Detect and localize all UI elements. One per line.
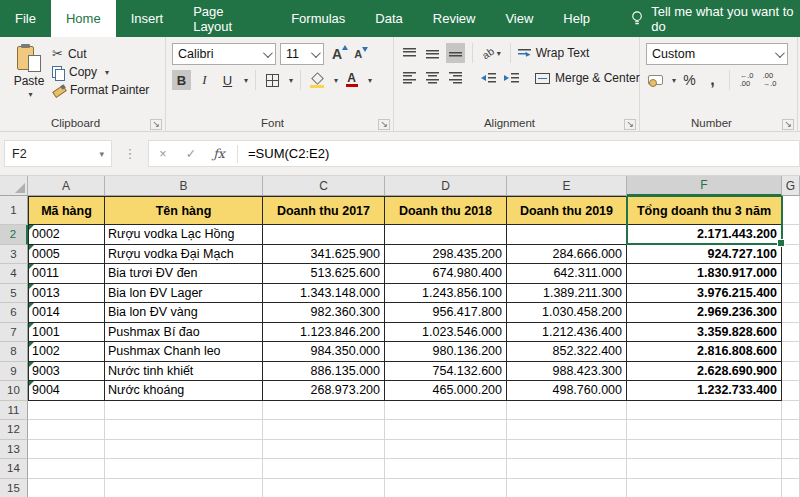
decrease-indent-button[interactable] bbox=[479, 68, 498, 88]
cell-C10[interactable]: 268.973.200 bbox=[263, 381, 385, 401]
cell-F1[interactable]: Tổng doanh thu 3 năm bbox=[627, 196, 782, 225]
row-header-13[interactable]: 13 bbox=[0, 440, 28, 460]
tab-file[interactable]: File bbox=[0, 0, 51, 37]
row-header-5[interactable]: 5 bbox=[0, 284, 28, 304]
cell-F12[interactable] bbox=[627, 420, 782, 440]
row-header-11[interactable]: 11 bbox=[0, 401, 28, 421]
merge-center-button[interactable]: Merge & Center ▾ bbox=[535, 71, 652, 85]
fill-color-button[interactable] bbox=[308, 70, 327, 90]
column-header-G[interactable]: G bbox=[782, 176, 800, 196]
cell-C9[interactable]: 886.135.000 bbox=[263, 362, 385, 382]
cell-A2[interactable]: 0002 bbox=[28, 225, 105, 245]
cell-C6[interactable]: 982.360.300 bbox=[263, 303, 385, 323]
cell-D2[interactable] bbox=[385, 225, 507, 245]
format-painter-button[interactable]: Format Painter bbox=[52, 83, 149, 97]
cell-D4[interactable]: 674.980.400 bbox=[385, 264, 507, 284]
font-name-select[interactable]: Calibri bbox=[172, 43, 276, 65]
cell-D13[interactable] bbox=[385, 440, 507, 460]
cell-B5[interactable]: Bia lon ĐV Lager bbox=[105, 284, 263, 304]
font-dialog-launcher-icon[interactable]: ↘ bbox=[378, 119, 390, 130]
cell-B14[interactable] bbox=[105, 459, 263, 479]
cell-C13[interactable] bbox=[263, 440, 385, 460]
cell-E11[interactable] bbox=[507, 401, 627, 421]
cut-button[interactable]: ✂ Cut bbox=[52, 46, 149, 61]
cell-E5[interactable]: 1.389.211.300 bbox=[507, 284, 627, 304]
increase-indent-button[interactable] bbox=[502, 68, 521, 88]
cell-D12[interactable] bbox=[385, 420, 507, 440]
cell-D5[interactable]: 1.243.856.100 bbox=[385, 284, 507, 304]
cell-G13[interactable] bbox=[782, 440, 800, 460]
number-format-select[interactable]: Custom bbox=[646, 43, 788, 65]
cell-E2[interactable] bbox=[507, 225, 627, 245]
cell-B3[interactable]: Rượu vodka Đại Mạch bbox=[105, 245, 263, 265]
cell-C1[interactable]: Doanh thu 2017 bbox=[263, 196, 385, 225]
cell-A15[interactable] bbox=[28, 479, 105, 497]
align-middle-button[interactable] bbox=[423, 43, 442, 63]
cell-E9[interactable]: 988.423.300 bbox=[507, 362, 627, 382]
grow-font-button[interactable]: A bbox=[328, 46, 346, 62]
cell-G8[interactable] bbox=[782, 342, 800, 362]
cell-D11[interactable] bbox=[385, 401, 507, 421]
underline-button[interactable]: U bbox=[218, 70, 237, 90]
cell-A1[interactable]: Mã hàng bbox=[28, 196, 105, 225]
cell-F3[interactable]: 924.727.100 bbox=[627, 245, 782, 265]
decrease-decimal-button[interactable]: .00→.0 bbox=[760, 70, 779, 90]
row-header-14[interactable]: 14 bbox=[0, 459, 28, 479]
alignment-dialog-launcher-icon[interactable]: ↘ bbox=[624, 119, 636, 130]
cell-C11[interactable] bbox=[263, 401, 385, 421]
row-header-7[interactable]: 7 bbox=[0, 323, 28, 343]
row-header-2[interactable]: 2 bbox=[0, 225, 28, 245]
cell-G3[interactable] bbox=[782, 245, 800, 265]
cell-G11[interactable] bbox=[782, 401, 800, 421]
cell-E8[interactable]: 852.322.400 bbox=[507, 342, 627, 362]
cell-D9[interactable]: 754.132.600 bbox=[385, 362, 507, 382]
cell-D7[interactable]: 1.023.546.000 bbox=[385, 323, 507, 343]
cell-E1[interactable]: Doanh thu 2019 bbox=[507, 196, 627, 225]
cell-D1[interactable]: Doanh thu 2018 bbox=[385, 196, 507, 225]
copy-button[interactable]: Copy ▾ bbox=[52, 65, 149, 79]
tab-view[interactable]: View bbox=[490, 0, 548, 37]
cancel-button[interactable]: × bbox=[149, 147, 177, 161]
cell-G2[interactable] bbox=[782, 225, 800, 245]
cell-B9[interactable]: Nước tinh khiết bbox=[105, 362, 263, 382]
align-bottom-button[interactable] bbox=[446, 43, 465, 63]
cell-D3[interactable]: 298.435.200 bbox=[385, 245, 507, 265]
cell-B8[interactable]: Pushmax Chanh leo bbox=[105, 342, 263, 362]
tab-insert[interactable]: Insert bbox=[116, 0, 179, 37]
row-header-6[interactable]: 6 bbox=[0, 303, 28, 323]
shrink-font-button[interactable]: A bbox=[350, 48, 366, 60]
percent-style-button[interactable]: % bbox=[680, 70, 699, 90]
cell-G7[interactable] bbox=[782, 323, 800, 343]
cell-A14[interactable] bbox=[28, 459, 105, 479]
row-header-15[interactable]: 15 bbox=[0, 479, 28, 497]
wrap-text-button[interactable]: Wrap Text bbox=[518, 46, 590, 60]
cell-D14[interactable] bbox=[385, 459, 507, 479]
column-header-C[interactable]: C bbox=[263, 176, 385, 196]
cell-B12[interactable] bbox=[105, 420, 263, 440]
cell-F4[interactable]: 1.830.917.000 bbox=[627, 264, 782, 284]
cell-G15[interactable] bbox=[782, 479, 800, 497]
tab-page-layout[interactable]: Page Layout bbox=[178, 0, 276, 37]
cell-D6[interactable]: 956.417.800 bbox=[385, 303, 507, 323]
italic-button[interactable]: I bbox=[195, 70, 214, 90]
cell-A10[interactable]: 9004 bbox=[28, 381, 105, 401]
align-top-button[interactable] bbox=[400, 43, 419, 63]
column-header-F[interactable]: F bbox=[627, 176, 782, 196]
cell-B1[interactable]: Tên hàng bbox=[105, 196, 263, 225]
cell-A7[interactable]: 1001 bbox=[28, 323, 105, 343]
cell-F8[interactable]: 2.816.808.600 bbox=[627, 342, 782, 362]
accounting-format-button[interactable] bbox=[646, 70, 665, 90]
select-all-button[interactable] bbox=[0, 176, 28, 196]
insert-function-button[interactable]: ƒx bbox=[205, 146, 233, 161]
cell-C14[interactable] bbox=[263, 459, 385, 479]
number-dialog-launcher-icon[interactable]: ↘ bbox=[782, 119, 794, 130]
cell-E4[interactable]: 642.311.000 bbox=[507, 264, 627, 284]
cell-F10[interactable]: 1.232.733.400 bbox=[627, 381, 782, 401]
cell-E14[interactable] bbox=[507, 459, 627, 479]
cell-G5[interactable] bbox=[782, 284, 800, 304]
row-header-9[interactable]: 9 bbox=[0, 362, 28, 382]
cell-A3[interactable]: 0005 bbox=[28, 245, 105, 265]
cell-B13[interactable] bbox=[105, 440, 263, 460]
cell-C12[interactable] bbox=[263, 420, 385, 440]
column-header-E[interactable]: E bbox=[507, 176, 627, 196]
